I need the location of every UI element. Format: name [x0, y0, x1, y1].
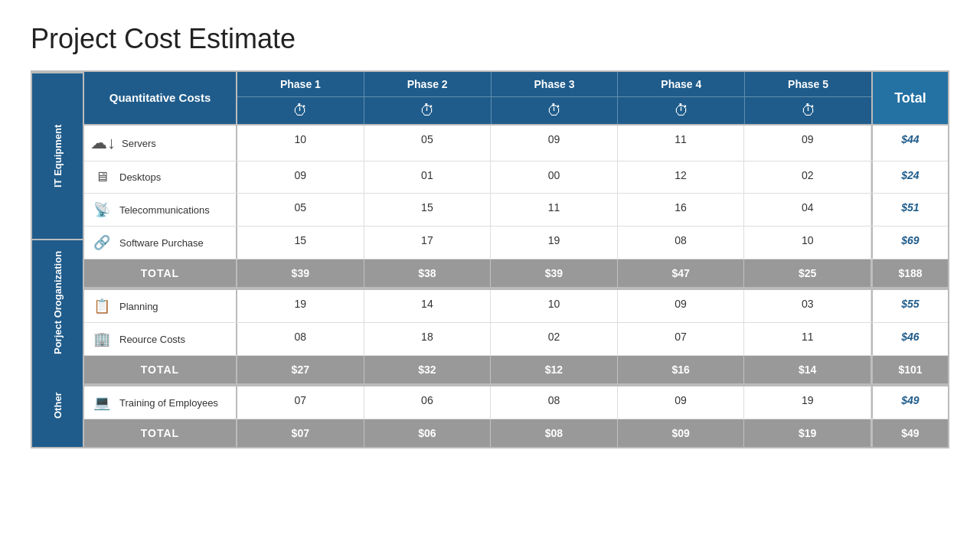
phase-2-icon: ⏱: [364, 97, 492, 124]
phase-1-icon: ⏱: [237, 97, 364, 124]
servers-p5: 09: [744, 126, 871, 161]
resource-p2: 18: [364, 323, 492, 355]
training-p1: 07: [237, 386, 364, 419]
other-total-p3: $08: [491, 419, 618, 447]
table-row: 🏢 Reource Costs 08 18 02 07 11 $46: [84, 323, 948, 356]
software-p4: 08: [618, 227, 745, 259]
planning-p2: 14: [364, 290, 492, 322]
it-total-p5: $25: [744, 259, 871, 287]
other-total-label: TOTAL: [84, 419, 237, 447]
software-label-cell: 🔗 Software Purchase: [84, 227, 237, 259]
table-row: 🔗 Software Purchase 15 17 19 08 10 $69: [84, 227, 948, 259]
phase-icons-row: ⏱ ⏱ ⏱ ⏱ ⏱: [237, 97, 871, 124]
other-total-p1: $07: [237, 419, 364, 447]
training-total: $49: [871, 386, 948, 419]
servers-total: $44: [871, 126, 948, 161]
resource-label: Reource Costs: [119, 334, 185, 345]
table-row: 🖥 Desktops 09 01 00 12 02 $24: [84, 161, 948, 194]
desktops-p4: 12: [618, 161, 745, 193]
it-total-row: TOTAL $39 $38 $39 $47 $25 $188: [84, 259, 948, 289]
resource-icon: 🏢: [90, 331, 113, 347]
desktops-label: Desktops: [119, 171, 161, 183]
planning-p3: 10: [491, 290, 618, 322]
software-p3: 19: [491, 227, 618, 259]
it-total-total: $188: [871, 259, 948, 287]
phase-3-icon: ⏱: [492, 97, 619, 124]
training-label-cell: 💻 Training of Employees: [84, 386, 237, 419]
it-total-p3: $39: [491, 259, 618, 287]
org-total-total: $101: [871, 356, 948, 383]
phase-labels-row: Phase 1 Phase 2 Phase 3 Phase 4 Phase 5: [237, 72, 871, 97]
sidebar-it-equipment: IT Equipment: [32, 72, 83, 239]
table-main: Quantitative Costs Phase 1 Phase 2 Phase…: [84, 72, 948, 447]
resource-label-cell: 🏢 Reource Costs: [84, 323, 237, 355]
telecom-p3: 11: [491, 194, 618, 226]
phase-1-label: Phase 1: [237, 72, 364, 96]
page-title: Project Cost Estimate: [31, 23, 949, 55]
telecom-p1: 05: [237, 194, 364, 226]
cost-table: IT Equipment Porject Oroganization Other…: [31, 70, 949, 448]
it-total-p2: $38: [364, 259, 492, 287]
software-p5: 10: [744, 227, 871, 259]
other-total-p2: $06: [364, 419, 492, 447]
telecom-total: $51: [871, 194, 948, 226]
resource-total: $46: [871, 323, 948, 355]
software-total: $69: [871, 227, 948, 259]
it-total-p1: $39: [237, 259, 364, 287]
org-total-row: TOTAL $27 $32 $12 $16 $14 $101: [84, 356, 948, 385]
table-row: 📋 Planning 19 14 10 09 03 $55: [84, 289, 948, 323]
software-p1: 15: [237, 227, 364, 259]
desktops-p2: 01: [364, 161, 492, 193]
servers-icon: ☁↓: [90, 133, 116, 153]
telecom-p4: 16: [618, 194, 745, 226]
servers-p3: 09: [491, 126, 618, 161]
planning-label-cell: 📋 Planning: [84, 290, 237, 322]
org-total-p1: $27: [237, 356, 364, 383]
resource-p5: 11: [744, 323, 871, 355]
resource-p4: 07: [618, 323, 745, 355]
org-total-p4: $16: [618, 356, 745, 383]
desktops-p3: 00: [491, 161, 618, 193]
org-total-p2: $32: [364, 356, 492, 383]
desktops-p1: 09: [237, 161, 364, 193]
servers-p4: 11: [618, 126, 745, 161]
desktops-total: $24: [871, 161, 948, 193]
telecom-label: Telecommunications: [119, 204, 210, 216]
other-total-total: $49: [871, 419, 948, 447]
training-p4: 09: [618, 386, 745, 419]
resource-p3: 02: [491, 323, 618, 355]
quant-costs-header: Quantitative Costs: [84, 72, 237, 124]
telecom-icon: 📡: [90, 201, 113, 218]
training-label: Training of Employees: [119, 397, 218, 409]
training-p3: 08: [491, 386, 618, 419]
software-icon: 🔗: [90, 234, 113, 251]
table-row: ☁↓ Servers 10 05 09 11 09 $44: [84, 124, 948, 161]
phases-header: Phase 1 Phase 2 Phase 3 Phase 4 Phase 5 …: [237, 72, 871, 124]
resource-p1: 08: [237, 323, 364, 355]
other-total-row: TOTAL $07 $06 $08 $09 $19 $49: [84, 419, 948, 447]
servers-p1: 10: [237, 126, 364, 161]
servers-p2: 05: [364, 126, 492, 161]
sidebar-project-org: Porject Oroganization: [32, 239, 83, 364]
planning-p5: 03: [744, 290, 871, 322]
phase-5-label: Phase 5: [745, 72, 871, 96]
planning-p1: 19: [237, 290, 364, 322]
desktops-label-cell: 🖥 Desktops: [84, 161, 237, 193]
it-total-p4: $47: [618, 259, 745, 287]
desktops-icon: 🖥: [90, 169, 113, 185]
telecom-p5: 04: [744, 194, 871, 226]
planning-p4: 09: [618, 290, 745, 322]
sidebar-other: Other: [32, 364, 83, 447]
planning-total: $55: [871, 290, 948, 322]
table-header: Quantitative Costs Phase 1 Phase 2 Phase…: [84, 72, 948, 124]
software-p2: 17: [364, 227, 492, 259]
software-label: Software Purchase: [119, 237, 204, 249]
planning-label: Planning: [119, 301, 158, 312]
phase-5-icon: ⏱: [745, 97, 871, 124]
table-row: 📡 Telecommunications 05 15 11 16 04 $51: [84, 194, 948, 227]
planning-icon: 📋: [90, 298, 113, 315]
phase-4-icon: ⏱: [618, 97, 745, 124]
phase-4-label: Phase 4: [618, 72, 745, 96]
other-total-p4: $09: [618, 419, 745, 447]
servers-label: Servers: [122, 138, 156, 149]
